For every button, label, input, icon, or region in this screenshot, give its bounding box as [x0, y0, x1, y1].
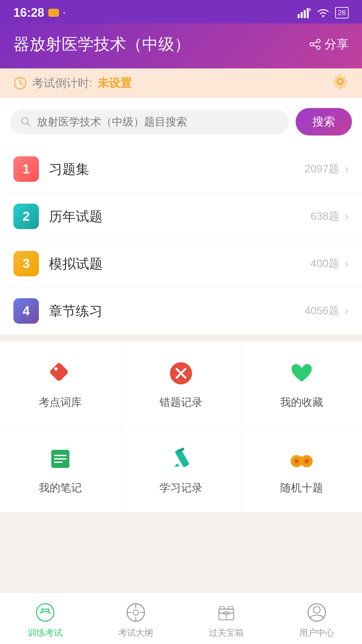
- list-label-1: 习题集: [49, 160, 305, 178]
- grid-item-kaodian[interactable]: 考点词库: [0, 341, 121, 427]
- list-count-1: 2097题: [305, 162, 339, 176]
- svg-line-15: [27, 123, 30, 126]
- grid-item-shoucang[interactable]: 我的收藏: [241, 341, 362, 427]
- pencil-icon: [166, 444, 196, 474]
- svg-rect-1: [301, 12, 303, 18]
- grid-label-suiji: 随机十题: [280, 481, 323, 495]
- svg-point-33: [295, 460, 298, 463]
- list-count-2: 638题: [311, 209, 339, 224]
- settings-gear-icon[interactable]: [332, 73, 349, 93]
- svg-rect-3: [307, 8, 309, 18]
- header: 器放射医学技术（中级） 分享: [0, 23, 362, 68]
- search-input[interactable]: [37, 116, 279, 128]
- svg-rect-0: [298, 14, 300, 18]
- list-number-3: 3: [13, 251, 39, 276]
- svg-text:HD: HD: [309, 7, 311, 12]
- arrow-icon-4: ›: [345, 304, 349, 318]
- notes-icon: [45, 444, 75, 474]
- svg-rect-2: [304, 10, 306, 18]
- clock-icon: [13, 76, 27, 90]
- svg-point-6: [317, 39, 320, 43]
- grid-label-xuexi: 学习记录: [160, 481, 202, 495]
- status-badge-icon: [48, 9, 59, 17]
- arrow-icon-2: ›: [345, 209, 349, 223]
- share-icon: [309, 38, 321, 50]
- list-label-2: 历年试题: [49, 207, 311, 226]
- list-number-4: 4: [13, 298, 39, 324]
- nav-label-treasure: 过关宝箱: [209, 627, 244, 639]
- nav-item-treasure[interactable]: 过关宝箱: [181, 601, 272, 639]
- svg-line-13: [20, 83, 23, 85]
- close-circle-icon: [166, 358, 196, 388]
- outline-icon: [124, 601, 147, 624]
- list-label-3: 模拟试题: [49, 255, 311, 273]
- grid-label-kaodian: 考点词库: [39, 395, 82, 410]
- grid-label-biji: 我的笔记: [39, 481, 82, 495]
- nav-label-train: 训练考试: [28, 627, 63, 639]
- list-label-4: 章节练习: [49, 302, 305, 320]
- list-number-1: 1: [13, 156, 39, 182]
- nav-label-user: 用户中心: [299, 627, 334, 639]
- list-item[interactable]: 3 模拟试题 400题 ›: [0, 240, 362, 287]
- grid-item-xuexi[interactable]: 学习记录: [121, 427, 241, 512]
- grid-item-biji[interactable]: 我的笔记: [0, 427, 121, 512]
- treasure-icon: [215, 601, 238, 624]
- svg-marker-26: [174, 463, 179, 467]
- svg-line-9: [313, 42, 317, 44]
- list-count-4: 4056题: [305, 304, 339, 318]
- search-area: 搜索: [0, 98, 362, 146]
- arrow-icon-3: ›: [345, 257, 349, 271]
- countdown-bar: 考试倒计时: 未设置: [0, 68, 362, 98]
- binoculars-icon: [287, 444, 317, 474]
- svg-rect-43: [219, 609, 234, 613]
- wifi-icon: [316, 7, 330, 18]
- svg-point-34: [305, 460, 308, 463]
- svg-point-8: [317, 46, 320, 49]
- signal-icon: HD: [298, 7, 311, 18]
- grid-section: 考点词库 错题记录 我的收藏 我的笔记: [0, 341, 362, 512]
- search-input-wrap: [10, 110, 289, 134]
- nav-item-user[interactable]: 用户中心: [272, 601, 362, 639]
- svg-point-5: [322, 15, 324, 17]
- svg-rect-30: [299, 457, 304, 461]
- svg-point-7: [310, 43, 313, 46]
- content-spacer: [0, 512, 362, 593]
- list-item[interactable]: 4 章节练习 4056题 ›: [0, 287, 362, 334]
- user-icon: [305, 601, 328, 624]
- battery-icon: 26: [335, 7, 349, 18]
- tag-icon: [45, 358, 75, 388]
- list-count-3: 400题: [311, 256, 339, 271]
- list-item[interactable]: 2 历年试题 638题 ›: [0, 193, 362, 240]
- grid-item-cuoti[interactable]: 错题记录: [121, 341, 241, 427]
- search-icon: [20, 116, 32, 128]
- status-bar: 16:28 · HD 26: [0, 0, 362, 23]
- nav-label-outline: 考试大纲: [118, 627, 153, 639]
- list-section: 1 习题集 2097题 › 2 历年试题 638题 › 3 模拟试题 400题 …: [0, 146, 362, 334]
- svg-point-17: [54, 367, 58, 371]
- heart-icon: [287, 358, 317, 388]
- header-title: 器放射医学技术（中级）: [13, 34, 190, 55]
- grid-item-suiji[interactable]: 随机十题: [241, 427, 362, 512]
- status-icons: HD 26: [298, 7, 349, 18]
- grid-label-cuoti: 错题记录: [160, 395, 202, 410]
- svg-point-37: [133, 610, 138, 615]
- list-item[interactable]: 1 习题集 2097题 ›: [0, 146, 362, 193]
- search-button[interactable]: 搜索: [296, 108, 352, 136]
- arrow-icon-1: ›: [345, 162, 349, 176]
- svg-rect-16: [49, 362, 69, 382]
- nav-item-outline[interactable]: 考试大纲: [90, 601, 181, 639]
- svg-line-10: [313, 45, 317, 47]
- nav-item-train[interactable]: 训练考试: [0, 601, 90, 639]
- train-exam-icon: [34, 601, 57, 624]
- svg-point-51: [313, 606, 320, 613]
- status-time: 16:28 ·: [13, 6, 65, 20]
- bottom-nav: 训练考试 考试大纲: [0, 593, 362, 643]
- share-button[interactable]: 分享: [309, 36, 349, 53]
- list-number-2: 2: [13, 204, 39, 229]
- svg-point-35: [37, 604, 54, 621]
- grid-label-shoucang: 我的收藏: [280, 395, 323, 410]
